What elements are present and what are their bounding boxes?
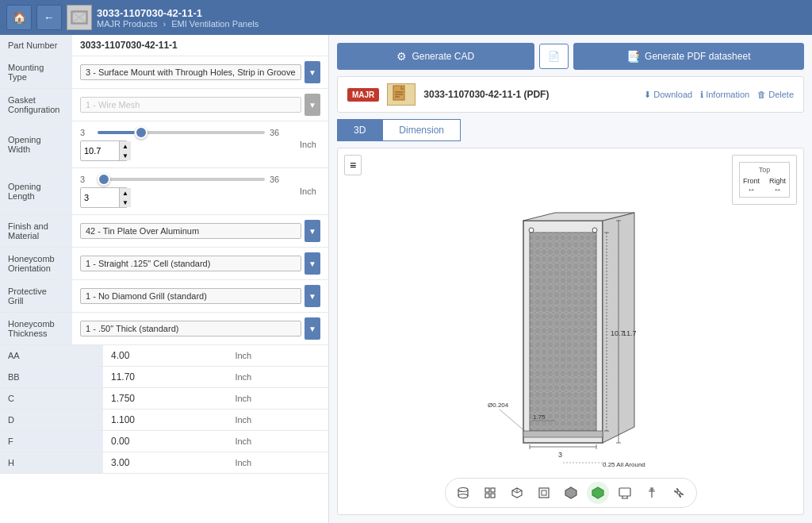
spec-row: AA 4.00 Inch bbox=[0, 345, 328, 367]
protective-grill-row: Protective Grill 1 - No Diamond Grill (s… bbox=[0, 280, 328, 313]
generate-cad-button[interactable]: ⚙ Generate CAD bbox=[337, 43, 534, 70]
cad-file-icon-button[interactable]: 📄 bbox=[539, 44, 569, 69]
svg-rect-4 bbox=[393, 86, 404, 100]
toolbar-cylinder-btn[interactable] bbox=[452, 482, 474, 504]
left-panel: Part Number 3033-1107030-42-11-1 Mountin… bbox=[0, 35, 329, 523]
protective-grill-dropdown[interactable]: 1 - No Diamond Grill (standard) bbox=[80, 288, 301, 304]
honeycomb-thickness-dropdown-wrapper: 1 - .50" Thick (standard) ▼ bbox=[80, 317, 320, 340]
opening-width-unit-cell: Inch bbox=[297, 121, 328, 168]
opening-width-label: Opening Width bbox=[0, 121, 72, 168]
spec-value: 4.00 bbox=[103, 345, 227, 367]
tab-3d[interactable]: 3D bbox=[337, 119, 382, 141]
config-table: Part Number 3033-1107030-42-11-1 Mountin… bbox=[0, 35, 328, 345]
back-button[interactable]: ← bbox=[36, 5, 62, 30]
product-icon bbox=[67, 5, 92, 30]
mounting-type-arrow[interactable]: ▼ bbox=[304, 61, 320, 83]
honeycomb-thickness-arrow[interactable]: ▼ bbox=[304, 317, 320, 340]
svg-rect-45 bbox=[491, 494, 495, 498]
opening-width-up[interactable]: ▲ bbox=[120, 141, 131, 151]
opening-length-input[interactable] bbox=[81, 191, 119, 204]
majr-logo: MAJR bbox=[347, 88, 379, 102]
spec-value: 11.70 bbox=[103, 367, 227, 388]
opening-length-up[interactable]: ▲ bbox=[120, 188, 131, 198]
pdf-icon: 📑 bbox=[626, 50, 640, 63]
mounting-type-dropdown-wrapper: 3 - Surface Mount with Through Holes, St… bbox=[80, 61, 320, 83]
opening-length-input-wrapper: ▲ ▼ bbox=[80, 187, 128, 208]
mounting-type-value-cell: 3 - Surface Mount with Through Holes, St… bbox=[72, 56, 328, 89]
svg-rect-51 bbox=[542, 490, 546, 495]
gasket-config-dropdown[interactable]: 1 - Wire Mesh bbox=[80, 97, 301, 113]
pdf-title: 3033-1107030-42-11-1 (PDF) bbox=[423, 89, 636, 100]
spec-value: 3.00 bbox=[103, 452, 227, 474]
svg-text:11.7: 11.7 bbox=[622, 329, 637, 337]
viewer-toolbar bbox=[445, 478, 697, 508]
pdf-information-link[interactable]: ℹ Information bbox=[700, 90, 749, 100]
gasket-config-value-cell: 1 - Wire Mesh ▼ bbox=[72, 89, 328, 121]
file-icon: 📄 bbox=[548, 51, 560, 62]
spec-label: C bbox=[0, 388, 103, 410]
part-number-value-cell: 3033-1107030-42-11-1 bbox=[72, 35, 328, 56]
breadcrumb-path: MAJR Products › EMI Ventilation Panels bbox=[97, 19, 259, 29]
toolbar-frame-btn[interactable] bbox=[533, 482, 555, 504]
spec-label: BB bbox=[0, 367, 103, 388]
opening-width-input[interactable] bbox=[81, 144, 119, 157]
home-button[interactable]: 🏠 bbox=[6, 5, 32, 30]
spec-value: 1.750 bbox=[103, 388, 227, 410]
svg-point-41 bbox=[458, 494, 468, 498]
spec-row: H 3.00 Inch bbox=[0, 452, 328, 474]
cad-gear-icon: ⚙ bbox=[396, 50, 407, 63]
honeycomb-thickness-dropdown[interactable]: 1 - .50" Thick (standard) bbox=[80, 321, 301, 336]
svg-rect-37 bbox=[523, 431, 603, 437]
opening-length-slider[interactable] bbox=[98, 178, 265, 181]
toolbar-solid-btn[interactable] bbox=[560, 482, 582, 504]
toolbar-monitor-btn[interactable] bbox=[614, 482, 636, 504]
part-number-row: Part Number 3033-1107030-42-11-1 bbox=[0, 35, 328, 56]
spec-label: AA bbox=[0, 345, 103, 367]
toolbar-antenna-btn[interactable] bbox=[641, 482, 663, 504]
pdf-delete-link[interactable]: 🗑 Delete bbox=[757, 90, 794, 99]
honeycomb-orientation-arrow[interactable]: ▼ bbox=[304, 252, 320, 275]
opening-length-max: 36 bbox=[270, 175, 289, 184]
svg-text:1.75: 1.75 bbox=[533, 413, 546, 421]
gasket-config-arrow[interactable]: ▼ bbox=[304, 94, 320, 116]
opening-width-down[interactable]: ▼ bbox=[120, 151, 131, 160]
toolbar-fan-btn[interactable] bbox=[668, 482, 690, 504]
opening-length-down[interactable]: ▼ bbox=[120, 198, 131, 207]
finish-material-label: Finish and Material bbox=[0, 215, 72, 248]
front-label: Front bbox=[743, 177, 760, 185]
honeycomb-orientation-dropdown[interactable]: 1 - Straight .125" Cell (standard) bbox=[80, 256, 301, 271]
opening-width-unit: Inch bbox=[300, 140, 316, 149]
spec-value: 1.100 bbox=[103, 410, 227, 431]
toolbar-green-btn[interactable] bbox=[587, 482, 609, 504]
toolbar-grid-btn[interactable] bbox=[479, 482, 501, 504]
protective-grill-arrow[interactable]: ▼ bbox=[304, 285, 320, 307]
spec-unit: Inch bbox=[227, 367, 328, 388]
mounting-type-dropdown[interactable]: 3 - Surface Mount with Through Holes, St… bbox=[80, 64, 301, 80]
svg-text:3: 3 bbox=[558, 451, 562, 459]
breadcrumb: 3033-1107030-42-11-1 MAJR Products › EMI… bbox=[97, 7, 259, 29]
spec-row: F 0.00 Inch bbox=[0, 431, 328, 452]
generate-pdf-button[interactable]: 📑 Generate PDF datasheet bbox=[573, 43, 804, 70]
svg-rect-44 bbox=[485, 494, 489, 498]
spec-unit: Inch bbox=[227, 431, 328, 452]
svg-text:0.25 All Around: 0.25 All Around bbox=[603, 461, 645, 467]
finish-material-dropdown[interactable]: 42 - Tin Plate Over Aluminum bbox=[80, 223, 301, 239]
opening-width-controls: 3 36 ▲ ▼ bbox=[72, 121, 297, 168]
finish-material-arrow[interactable]: ▼ bbox=[304, 220, 320, 242]
opening-width-slider-container: 3 36 ▲ ▼ bbox=[80, 126, 289, 163]
svg-marker-53 bbox=[592, 487, 603, 498]
spec-unit: Inch bbox=[227, 452, 328, 474]
part-number-value: 3033-1107030-42-11-1 bbox=[80, 40, 178, 51]
viewer-menu-button[interactable]: ≡ bbox=[344, 155, 362, 175]
opening-length-unit: Inch bbox=[300, 187, 316, 196]
delete-icon: 🗑 bbox=[757, 90, 766, 99]
toolbar-box-btn[interactable] bbox=[506, 482, 528, 504]
honeycomb-thickness-label: Honeycomb Thickness bbox=[0, 313, 72, 345]
opening-length-spinner: ▲ ▼ bbox=[119, 188, 131, 207]
right-panel: ⚙ Generate CAD 📄 📑 Generate PDF datashee… bbox=[329, 35, 812, 523]
opening-width-slider[interactable] bbox=[98, 131, 265, 134]
tab-dimension[interactable]: Dimension bbox=[382, 119, 461, 141]
3d-viewer: ≡ bbox=[337, 148, 804, 515]
pdf-download-link[interactable]: ⬇ Download bbox=[644, 90, 692, 100]
right-label: Right bbox=[769, 177, 786, 185]
